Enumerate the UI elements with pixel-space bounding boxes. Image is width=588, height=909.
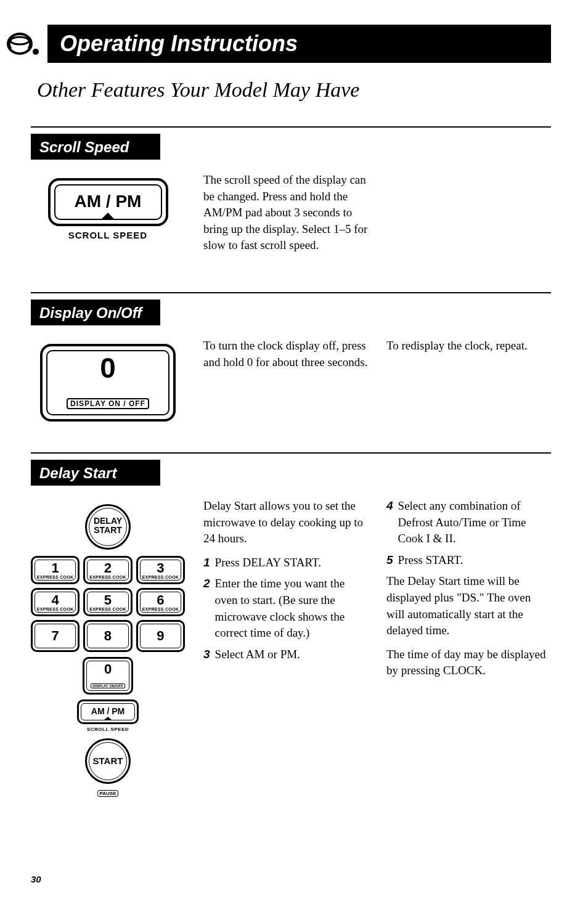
display-onoff-col1: To turn the clock display off, press and… bbox=[203, 338, 368, 370]
delay-start-button-graphic: DELAYSTART bbox=[85, 504, 131, 550]
header-row: Operating Instructions bbox=[6, 25, 551, 63]
page-title: Other Features Your Model May Have bbox=[37, 78, 551, 102]
ampm-button-illustration: AM / PM SCROLL SPEED bbox=[31, 172, 185, 261]
key-1: 1EXPRESS COOK bbox=[31, 556, 80, 584]
key-5: 5EXPRESS COOK bbox=[83, 588, 132, 616]
step-3: 3 Select AM or PM. bbox=[203, 646, 368, 663]
zero-button-text: 0 bbox=[47, 354, 168, 382]
up-arrow-icon bbox=[100, 213, 115, 220]
section-display-onoff-heading: Display On/Off bbox=[31, 300, 160, 325]
key-8: 8 bbox=[83, 620, 132, 652]
header-title: Operating Instructions bbox=[60, 31, 298, 56]
header-bar: Operating Instructions bbox=[47, 25, 551, 63]
delay-start-intro: Delay Start allows you to set the microw… bbox=[203, 498, 368, 547]
key-4: 4EXPRESS COOK bbox=[31, 588, 80, 616]
page-number: 30 bbox=[31, 874, 41, 884]
pause-label: PAUSE bbox=[97, 790, 119, 797]
key-0: 0 DISPLAY ON/OFF bbox=[83, 657, 134, 695]
display-onoff-text: To turn the clock display off, press and… bbox=[203, 338, 551, 422]
step-1: 1 Press DELAY START. bbox=[203, 555, 368, 571]
key-3: 3EXPRESS COOK bbox=[136, 556, 185, 584]
section-delay-start-heading-wrapper: Delay Start bbox=[31, 452, 551, 486]
step-5: 5 Press START. bbox=[386, 552, 551, 569]
section-scroll-speed-body: AM / PM SCROLL SPEED The scroll speed of… bbox=[31, 172, 551, 261]
keypad-illustration: DELAYSTART 1EXPRESS COOK 2EXPRESS COOK 3… bbox=[31, 498, 185, 797]
section-delay-start-heading: Delay Start bbox=[31, 460, 160, 486]
delay-start-text: Delay Start allows you to set the microw… bbox=[203, 498, 551, 797]
keypad-scroll-speed-label: SCROLL SPEED bbox=[31, 727, 185, 732]
section-delay-start-body: DELAYSTART 1EXPRESS COOK 2EXPRESS COOK 3… bbox=[31, 498, 551, 797]
ampm-button-text: AM / PM bbox=[75, 192, 142, 211]
step-2: 2 Enter the time you want the oven to st… bbox=[203, 576, 368, 641]
keypad-ampm-button: AM / PM bbox=[77, 699, 139, 724]
section-scroll-speed-heading-wrapper: Scroll Speed bbox=[31, 126, 551, 160]
up-arrow-icon bbox=[104, 717, 112, 720]
dish-icon bbox=[6, 27, 40, 61]
delay-start-para1: The Delay Start time will be displayed p… bbox=[386, 573, 551, 638]
key-9: 9 bbox=[136, 620, 185, 652]
delay-start-para2: The time of day may be displayed by pres… bbox=[386, 646, 551, 679]
svg-point-1 bbox=[10, 37, 29, 44]
key-2: 2EXPRESS COOK bbox=[83, 556, 132, 584]
scroll-speed-paragraph: The scroll speed of the display can be c… bbox=[203, 172, 368, 254]
section-display-onoff-body: 0 DISPLAY ON / OFF To turn the clock dis… bbox=[31, 338, 551, 422]
start-button-graphic: START bbox=[85, 738, 131, 784]
key-7: 7 bbox=[31, 620, 80, 652]
scroll-speed-text: The scroll speed of the display can be c… bbox=[203, 172, 551, 261]
display-onoff-col2: To redisplay the clock, repeat. bbox=[386, 338, 551, 354]
svg-point-2 bbox=[33, 49, 39, 55]
section-scroll-speed-heading: Scroll Speed bbox=[31, 134, 160, 160]
section-display-onoff-heading-wrapper: Display On/Off bbox=[31, 292, 551, 325]
scroll-speed-label: SCROLL SPEED bbox=[48, 230, 168, 240]
display-onoff-label: DISPLAY ON / OFF bbox=[67, 398, 149, 409]
key-6: 6EXPRESS COOK bbox=[136, 588, 185, 616]
zero-button-illustration: 0 DISPLAY ON / OFF bbox=[31, 338, 185, 422]
step-4: 4 Select any combination of Defrost Auto… bbox=[386, 498, 551, 547]
